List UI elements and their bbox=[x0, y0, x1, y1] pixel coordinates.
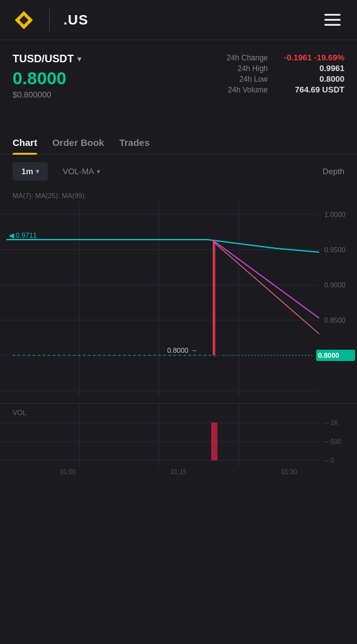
low-value: 0.8000 bbox=[275, 74, 344, 84]
indicator-arrow: ▾ bbox=[97, 168, 100, 175]
pair-name: TUSD/USDT bbox=[13, 53, 74, 65]
x-label-1: 01:00 bbox=[60, 469, 75, 475]
tab-trades[interactable]: Trades bbox=[119, 130, 160, 154]
svg-text:─ 1K: ─ 1K bbox=[324, 419, 338, 426]
stat-row-high: 24h High 0.9961 bbox=[217, 64, 344, 73]
interval-arrow: ▾ bbox=[36, 168, 39, 175]
stat-row-change: 24h Change -0.1961 -19.69% bbox=[217, 53, 344, 62]
svg-text:0.8500: 0.8500 bbox=[324, 316, 346, 324]
ticker-stats: 24h Change -0.1961 -19.69% 24h High 0.99… bbox=[217, 53, 344, 94]
indicator-button[interactable]: VOL-MA ▾ bbox=[63, 167, 100, 176]
stat-row-volume: 24h Volume 764.69 USDT bbox=[217, 85, 344, 94]
high-value: 0.9961 bbox=[275, 64, 344, 73]
hamburger-line-1 bbox=[324, 14, 341, 16]
change-label: 24h Change bbox=[217, 53, 268, 62]
svg-text:0.9500: 0.9500 bbox=[324, 246, 346, 253]
chart-controls: 1m ▾ VOL-MA ▾ Depth bbox=[0, 155, 357, 188]
svg-text:0.8000 →: 0.8000 → bbox=[167, 347, 197, 354]
vol-area: VOL ─ 1K ─ 500 ─ 0 bbox=[0, 403, 357, 466]
chart-svg: 1.0000 0.9500 0.9000 0.8500 ─ 0.8000 ◀ 0… bbox=[0, 202, 357, 403]
x-label-2: 01:15 bbox=[170, 469, 186, 475]
interval-button[interactable]: 1m ▾ bbox=[13, 162, 48, 180]
stat-row-low: 24h Low 0.8000 bbox=[217, 74, 344, 84]
tab-order-book[interactable]: Order Book bbox=[52, 130, 114, 154]
tab-chart[interactable]: Chart bbox=[13, 130, 47, 154]
svg-text:─ 0: ─ 0 bbox=[324, 457, 334, 464]
x-label-3: 01:30 bbox=[281, 469, 297, 475]
svg-text:1.0000: 1.0000 bbox=[324, 211, 346, 218]
hamburger-line-3 bbox=[324, 24, 341, 26]
change-value: -0.1961 -19.69% bbox=[275, 53, 344, 62]
ticker-section: TUSD/USDT ▾ 0.8000 $0.800000 24h Change … bbox=[0, 40, 357, 112]
pair-selector[interactable]: TUSD/USDT ▾ bbox=[13, 53, 81, 65]
vol-label: VOL bbox=[13, 409, 26, 416]
vol-svg: ─ 1K ─ 500 ─ 0 bbox=[0, 404, 357, 467]
chart-svg-container: 1.0000 0.9500 0.9000 0.8500 ─ 0.8000 ◀ 0… bbox=[0, 202, 357, 403]
header-divider bbox=[49, 9, 50, 31]
hamburger-line-2 bbox=[324, 19, 341, 21]
ticker-left: TUSD/USDT ▾ 0.8000 $0.800000 bbox=[13, 53, 81, 99]
svg-text:0.9000: 0.9000 bbox=[324, 281, 346, 289]
interval-label: 1m bbox=[21, 167, 33, 176]
price-large: 0.8000 bbox=[13, 69, 81, 89]
ma-label-text: MA(7): MA(25): MA(99): bbox=[13, 192, 86, 199]
header: .US bbox=[0, 0, 357, 40]
high-label: 24h High bbox=[217, 64, 268, 73]
pair-dropdown-arrow: ▾ bbox=[77, 55, 81, 64]
logo-area: .US bbox=[13, 9, 89, 31]
chart-ma-labels: MA(7): MA(25): MA(99): bbox=[0, 188, 357, 202]
svg-text:─ 500: ─ 500 bbox=[324, 438, 341, 445]
indicator-label: VOL-MA bbox=[63, 167, 94, 176]
svg-text:◀ 0.9711: ◀ 0.9711 bbox=[9, 231, 37, 239]
x-axis: 01:00 01:15 01:30 bbox=[0, 466, 357, 478]
svg-text:0.8000: 0.8000 bbox=[318, 352, 339, 359]
depth-button[interactable]: Depth bbox=[322, 167, 344, 176]
depth-label: Depth bbox=[322, 167, 344, 176]
price-usd: $0.800000 bbox=[13, 90, 81, 99]
low-label: 24h Low bbox=[217, 75, 268, 84]
volume-value: 764.69 USDT bbox=[275, 85, 344, 94]
svg-rect-37 bbox=[211, 423, 217, 460]
logo-text: .US bbox=[63, 12, 89, 28]
hamburger-menu[interactable] bbox=[321, 10, 344, 30]
ticker-top: TUSD/USDT ▾ 0.8000 $0.800000 24h Change … bbox=[13, 53, 344, 99]
volume-label: 24h Volume bbox=[217, 86, 268, 94]
binance-logo-icon bbox=[13, 9, 35, 31]
chart-tabs: Chart Order Book Trades bbox=[0, 130, 357, 155]
